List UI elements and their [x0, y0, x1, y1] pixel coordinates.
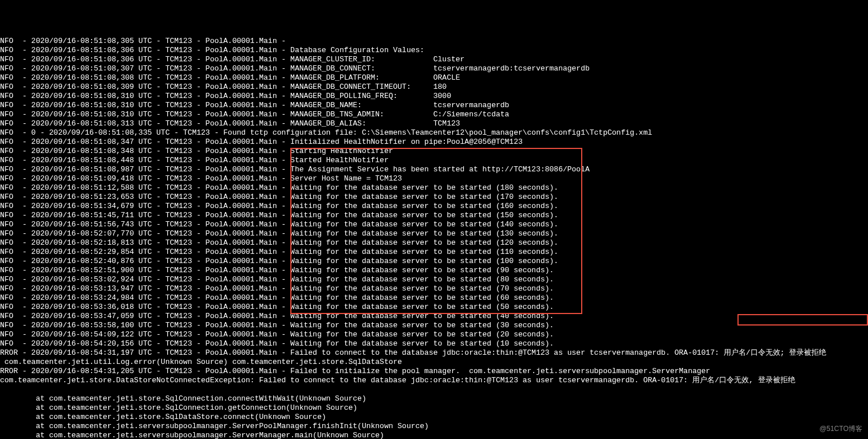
log-line: at com.teamcenter.jeti.store.SqlDataStor…	[0, 413, 868, 422]
log-line: NFO - 2020/09/16-08:52:29,854 UTC - TCM1…	[0, 248, 868, 257]
log-line: NFO - 2020/09/16-08:51:56,743 UTC - TCM1…	[0, 220, 868, 229]
log-line: NFO - 2020/09/16-08:52:07,770 UTC - TCM1…	[0, 229, 868, 238]
log-line: NFO - 2020/09/16-08:53:02,924 UTC - TCM1…	[0, 275, 868, 284]
log-line: at com.teamcenter.jeti.store.SqlConnecti…	[0, 394, 868, 403]
log-line: NFO - 2020/09/16-08:51:08,348 UTC - TCM1…	[0, 147, 868, 156]
log-line: NFO - 2020/09/16-08:53:36,018 UTC - TCM1…	[0, 303, 868, 312]
log-line: RROR - 2020/09/16-08:54:31,205 UTC - TCM…	[0, 367, 868, 376]
log-line: NFO - 2020/09/16-08:53:58,100 UTC - TCM1…	[0, 321, 868, 330]
log-line: at com.teamcenter.jeti.serversubpoolmana…	[0, 431, 868, 439]
log-line: NFO - 2020/09/16-08:51:08,448 UTC - TCM1…	[0, 156, 868, 165]
log-line: NFO - 2020/09/16-08:51:12,588 UTC - TCM1…	[0, 183, 868, 193]
log-line: NFO - 0 - 2020/09/16-08:51:08,335 UTC - …	[0, 128, 868, 138]
log-output[interactable]: NFO - 2020/09/16-08:51:08,305 UTC - TCM1…	[0, 37, 868, 439]
log-line: NFO - 2020/09/16-08:51:09,418 UTC - TCM1…	[0, 174, 868, 183]
log-line: NFO - 2020/09/16-08:54:09,122 UTC - TCM1…	[0, 330, 868, 339]
log-line: NFO - 2020/09/16-08:52:18,813 UTC - TCM1…	[0, 238, 868, 248]
log-line: NFO - 2020/09/16-08:52:51,900 UTC - TCM1…	[0, 266, 868, 275]
log-line: NFO - 2020/09/16-08:53:13,947 UTC - TCM1…	[0, 284, 868, 293]
log-line: NFO - 2020/09/16-08:51:08,313 UTC - TCM1…	[0, 119, 868, 128]
log-line: NFO - 2020/09/16-08:53:24,984 UTC - TCM1…	[0, 293, 868, 303]
log-line: at com.teamcenter.jeti.store.SqlConnecti…	[0, 403, 868, 413]
log-line: com.teamcenter.jeti.util.Log.error(Unkno…	[0, 358, 868, 367]
log-line: NFO - 2020/09/16-08:51:34,679 UTC - TCM1…	[0, 202, 868, 211]
log-line: at com.teamcenter.jeti.serversubpoolmana…	[0, 422, 868, 431]
log-line: NFO - 2020/09/16-08:51:23,653 UTC - TCM1…	[0, 193, 868, 202]
log-line: NFO - 2020/09/16-08:51:08,307 UTC - TCM1…	[0, 64, 868, 73]
log-line: NFO - 2020/09/16-08:51:08,310 UTC - TCM1…	[0, 92, 868, 101]
log-line: NFO - 2020/09/16-08:51:08,306 UTC - TCM1…	[0, 55, 868, 64]
log-line: NFO - 2020/09/16-08:51:08,309 UTC - TCM1…	[0, 83, 868, 92]
log-line: NFO - 2020/09/16-08:51:08,987 UTC - TCM1…	[0, 165, 868, 174]
log-line: NFO - 2020/09/16-08:51:45,711 UTC - TCM1…	[0, 211, 868, 220]
log-line: NFO - 2020/09/16-08:51:08,310 UTC - TCM1…	[0, 110, 868, 119]
log-line: NFO - 2020/09/16-08:51:08,305 UTC - TCM1…	[0, 37, 868, 46]
log-line: NFO - 2020/09/16-08:51:08,306 UTC - TCM1…	[0, 46, 868, 55]
log-line: NFO - 2020/09/16-08:54:20,156 UTC - TCM1…	[0, 339, 868, 348]
log-line: NFO - 2020/09/16-08:51:08,308 UTC - TCM1…	[0, 73, 868, 83]
log-line: NFO - 2020/09/16-08:52:40,876 UTC - TCM1…	[0, 257, 868, 266]
watermark: @51CTO博客	[819, 424, 862, 433]
log-line: NFO - 2020/09/16-08:51:08,347 UTC - TCM1…	[0, 138, 868, 147]
log-line: com.teamcenter.jeti.store.DataStoreNotCo…	[0, 376, 868, 385]
log-line	[0, 385, 868, 394]
log-line: NFO - 2020/09/16-08:51:08,310 UTC - TCM1…	[0, 101, 868, 110]
log-line: NFO - 2020/09/16-08:53:47,059 UTC - TCM1…	[0, 312, 868, 321]
log-line: RROR - 2020/09/16-08:54:31,197 UTC - TCM…	[0, 348, 868, 358]
